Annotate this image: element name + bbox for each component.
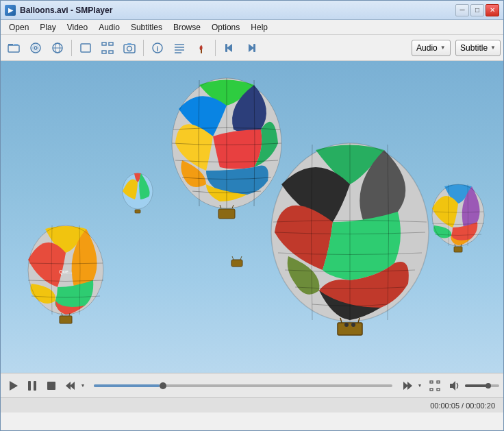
subtitle-dropdown[interactable]: Subtitle ▼: [455, 40, 501, 56]
volume-fill: [465, 384, 488, 387]
svg-marker-64: [407, 382, 412, 390]
menu-subtitles[interactable]: Subtitles: [125, 21, 168, 34]
svg-point-5: [33, 45, 39, 51]
close-button[interactable]: ✕: [486, 4, 499, 16]
svg-rect-25: [225, 44, 227, 52]
info-button[interactable]: i: [147, 38, 168, 58]
normal-size-button[interactable]: [75, 38, 96, 58]
volume-bar[interactable]: [465, 384, 499, 387]
open-file-button[interactable]: [3, 38, 24, 58]
volume-thumb[interactable]: [486, 383, 491, 389]
svg-marker-69: [450, 381, 455, 391]
forward-group: ▼: [399, 378, 424, 394]
svg-point-15: [127, 46, 132, 51]
svg-rect-13: [109, 51, 113, 53]
rewind-dropdown[interactable]: ▼: [79, 378, 87, 394]
svg-rect-10: [102, 42, 106, 45]
sky-background: [1, 61, 504, 373]
open-dvd-button[interactable]: [25, 38, 46, 58]
title-bar: ▶ Balloons.avi - SMPlayer ─ □ ✕: [1, 1, 503, 20]
preferences-button[interactable]: [191, 38, 212, 58]
open-url-button[interactable]: [47, 38, 68, 58]
seek-bar[interactable]: [94, 384, 392, 387]
svg-rect-65: [430, 381, 433, 383]
svg-marker-57: [10, 381, 18, 391]
forward-dropdown[interactable]: ▼: [416, 378, 424, 394]
mute-button[interactable]: [446, 378, 462, 394]
svg-rect-23: [201, 49, 202, 53]
svg-rect-12: [102, 51, 106, 53]
svg-marker-26: [249, 44, 254, 52]
svg-point-4: [34, 47, 37, 49]
menu-browse[interactable]: Browse: [168, 21, 206, 34]
main-window: ▶ Balloons.avi - SMPlayer ─ □ ✕ Open Pla…: [0, 0, 504, 431]
toolbar-separator-2: [143, 40, 144, 56]
toolbar: i: [1, 35, 503, 61]
svg-rect-16: [127, 43, 131, 45]
forward-button[interactable]: [399, 378, 416, 394]
svg-rect-1: [8, 45, 19, 52]
menu-open[interactable]: Open: [3, 21, 34, 34]
toolbar-separator-1: [71, 40, 72, 56]
svg-rect-66: [437, 381, 440, 383]
svg-rect-68: [437, 389, 440, 391]
stop-button[interactable]: [43, 378, 60, 394]
subtitle-dropdown-label: Subtitle: [460, 43, 488, 53]
screenshot-button[interactable]: [119, 38, 140, 58]
menu-help[interactable]: Help: [245, 21, 273, 34]
menu-video[interactable]: Video: [62, 21, 93, 34]
title-bar-left: ▶ Balloons.avi - SMPlayer: [5, 5, 112, 16]
svg-rect-58: [28, 381, 31, 391]
svg-rect-60: [47, 382, 55, 390]
minimize-button[interactable]: ─: [455, 4, 469, 16]
title-bar-buttons: ─ □ ✕: [455, 4, 499, 16]
svg-marker-63: [403, 382, 408, 390]
svg-rect-27: [253, 44, 255, 52]
window-title: Balloons.avi - SMPlayer: [20, 5, 112, 15]
svg-marker-62: [66, 382, 71, 390]
rewind-button[interactable]: [62, 378, 79, 394]
menu-play[interactable]: Play: [34, 21, 61, 34]
maximize-button[interactable]: □: [470, 4, 484, 16]
status-bar: 00:00:05 / 00:00:20: [1, 397, 503, 412]
audio-dropdown-label: Audio: [416, 43, 438, 53]
fullscreen-control-button[interactable]: [427, 378, 443, 394]
subtitle-dropdown-arrow: ▼: [490, 45, 496, 51]
seek-progress: [94, 384, 160, 387]
svg-rect-11: [109, 42, 113, 45]
seek-thumb[interactable]: [160, 382, 166, 389]
rewind-group: ▼: [62, 378, 87, 394]
svg-rect-9: [81, 44, 90, 52]
app-icon: ▶: [5, 5, 16, 16]
controls-bar: ▼ ▼: [1, 373, 503, 397]
previous-button[interactable]: [219, 38, 240, 58]
toolbar-separator-3: [215, 40, 216, 56]
playlist-button[interactable]: [169, 38, 190, 58]
time-display: 00:00:05 / 00:00:20: [430, 402, 498, 410]
audio-dropdown-arrow: ▼: [440, 45, 446, 51]
audio-dropdown[interactable]: Audio ▼: [412, 40, 451, 56]
svg-rect-59: [34, 381, 36, 391]
seek-bar-container[interactable]: [90, 380, 396, 391]
play-button[interactable]: [5, 378, 21, 394]
menu-audio[interactable]: Audio: [93, 21, 125, 34]
svg-text:i: i: [156, 45, 158, 53]
fullscreen-button[interactable]: [97, 38, 118, 58]
svg-marker-61: [70, 382, 75, 390]
video-area[interactable]: Que...: [1, 61, 504, 373]
next-button[interactable]: [241, 38, 262, 58]
volume-control[interactable]: [465, 384, 499, 387]
menu-options[interactable]: Options: [206, 21, 245, 34]
pause-button[interactable]: [24, 378, 40, 394]
menu-bar: Open Play Video Audio Subtitles Browse O…: [1, 20, 503, 35]
svg-rect-67: [430, 389, 433, 391]
svg-marker-24: [227, 44, 232, 52]
